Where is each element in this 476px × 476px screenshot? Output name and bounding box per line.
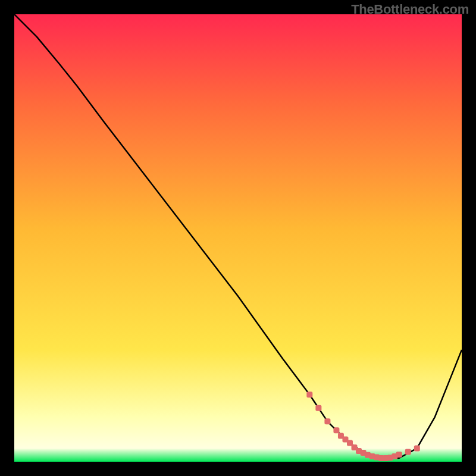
valley-dot <box>333 427 339 433</box>
chart-svg <box>14 14 462 462</box>
valley-dot <box>315 405 321 411</box>
valley-dot <box>396 452 402 458</box>
bottleneck-chart <box>14 14 462 462</box>
valley-dot <box>306 392 312 397</box>
valley-dot <box>324 418 330 424</box>
watermark-text: TheBottleneck.com <box>351 2 469 17</box>
valley-dot <box>414 445 420 451</box>
gradient-background <box>14 14 462 462</box>
chart-container: TheBottleneck.com <box>0 0 476 476</box>
valley-dot <box>405 449 411 455</box>
